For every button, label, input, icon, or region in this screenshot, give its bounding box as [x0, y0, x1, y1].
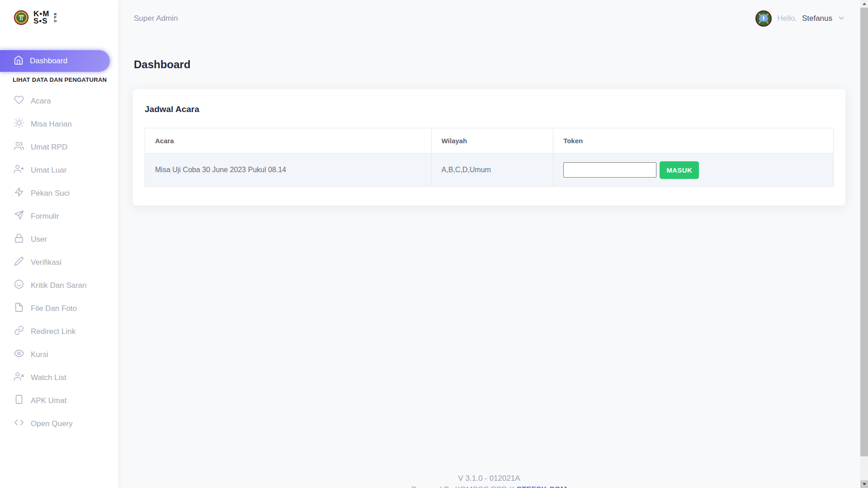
column-header-token: Token [553, 128, 834, 154]
sidebar-item-label: Verifikasi [31, 258, 61, 267]
logo-sub-text: RPD [54, 13, 57, 23]
sidebar-section-label: LIHAT DATA DAN PENGATURAN [13, 76, 118, 83]
sidebar: K•M S•S RPD Dashboard LIHAT DATA DAN PEN… [0, 0, 118, 488]
sidebar-item-misa-harian[interactable]: Misa Harian [0, 113, 118, 136]
scrollbar-up-button[interactable] [860, 0, 868, 8]
acara-cell: Misa Uji Coba 30 June 2023 Pukul 08.14 [145, 154, 432, 187]
code-icon [14, 418, 24, 430]
logo-wordmark: K•M S•S [33, 10, 49, 25]
token-input[interactable] [563, 162, 656, 178]
sidebar-item-label: Misa Harian [31, 120, 72, 129]
sidebar-item-label: Acara [31, 97, 51, 106]
file-icon [14, 302, 24, 314]
zap-icon [14, 187, 24, 199]
version-text: V 3.1.0 - 012021A [133, 474, 845, 483]
sidebar-item-dashboard[interactable]: Dashboard [0, 50, 110, 72]
home-icon [14, 55, 24, 67]
sidebar-item-apk-umat[interactable]: APK Umat [0, 389, 118, 412]
smartphone-icon [14, 394, 24, 407]
user-x-icon [14, 371, 24, 384]
masuk-button[interactable]: MASUK [660, 161, 699, 179]
jadwal-acara-table: AcaraWilayahToken Misa Uji Coba 30 June … [145, 128, 834, 187]
sidebar-item-label: Kursi [31, 350, 48, 359]
sidebar-item-umat-rpd[interactable]: Umat RPD [0, 136, 118, 159]
user-menu[interactable]: Hello, Stefanus [755, 10, 845, 27]
topbar: Super Admin Hello, Stefanus [133, 0, 845, 37]
user-plus-icon [14, 164, 24, 176]
sidebar-item-file-dan-foto[interactable]: File Dan Foto [0, 297, 118, 320]
greeting-text: Hello, [777, 14, 797, 23]
scrollbar-thumb[interactable] [860, 8, 868, 456]
sidebar-item-kursi[interactable]: Kursi [0, 343, 118, 366]
page-title: Dashboard [133, 58, 845, 71]
sidebar-nav: AcaraMisa HarianUmat RPDUmat LuarPekan S… [0, 89, 118, 435]
table-row: Misa Uji Coba 30 June 2023 Pukul 08.14A,… [145, 154, 834, 187]
send-icon [14, 210, 24, 222]
table-header-row: AcaraWilayahToken [145, 128, 834, 154]
sidebar-item-user[interactable]: User [0, 228, 118, 251]
sidebar-item-redirect-link[interactable]: Redirect Link [0, 320, 118, 343]
app-window: K•M S•S RPD Dashboard LIHAT DATA DAN PEN… [0, 0, 868, 488]
app-logo[interactable]: K•M S•S RPD [0, 0, 118, 25]
sidebar-item-acara[interactable]: Acara [0, 89, 118, 113]
powered-by-link[interactable]: STEFSK.COM [516, 485, 566, 488]
triangle-up-icon [863, 3, 866, 5]
column-header-acara: Acara [145, 128, 432, 154]
wilayah-cell: A,B,C,D,Umum [431, 154, 553, 187]
sun-icon [14, 118, 24, 130]
powered-by-text: Powered By KOMSOS RPD X STEFSK.COM [133, 485, 845, 488]
sidebar-item-pekan-suci[interactable]: Pekan Suci [0, 182, 118, 205]
lock-icon [14, 233, 24, 245]
card-title: Jadwal Acara [145, 104, 834, 114]
sidebar-item-label: Kritik Dan Saran [31, 281, 87, 290]
chevron-down-icon [837, 13, 845, 24]
link-icon [14, 325, 24, 338]
pen-icon [14, 256, 24, 268]
avatar [755, 10, 772, 27]
sidebar-item-label: Umat RPD [31, 143, 67, 152]
column-header-wilayah: Wilayah [431, 128, 553, 154]
vertical-scrollbar[interactable] [860, 0, 868, 488]
jadwal-acara-card: Jadwal Acara AcaraWilayahToken Misa Uji … [133, 89, 845, 206]
heart-icon [14, 95, 24, 107]
sidebar-item-watch-list[interactable]: Watch List [0, 366, 118, 389]
sidebar-item-label: Umat Luar [31, 166, 66, 175]
eye-icon [14, 348, 24, 361]
main-area: Super Admin Hello, Stefanus Dashboard [118, 0, 860, 488]
church-emblem-logo-icon [14, 10, 29, 25]
sidebar-item-kritik-dan-saran[interactable]: Kritik Dan Saran [0, 274, 118, 297]
sidebar-item-umat-luar[interactable]: Umat Luar [0, 159, 118, 182]
sidebar-item-label: Watch List [31, 373, 66, 382]
sidebar-item-label: Pekan Suci [31, 189, 70, 198]
sidebar-item-label: Formulir [31, 212, 59, 221]
triangle-down-icon [863, 483, 866, 485]
sidebar-item-verifikasi[interactable]: Verifikasi [0, 251, 118, 274]
footer: V 3.1.0 - 012021A Powered By KOMSOS RPD … [133, 474, 845, 488]
username-text: Stefanus [802, 14, 832, 23]
sidebar-item-label: User [31, 235, 47, 244]
sidebar-item-label: File Dan Foto [31, 304, 77, 313]
sidebar-item-formulir[interactable]: Formulir [0, 205, 118, 228]
users-icon [14, 141, 24, 153]
breadcrumb: Super Admin [133, 14, 178, 23]
sidebar-item-label: Dashboard [30, 56, 67, 66]
smile-icon [14, 279, 24, 291]
sidebar-item-label: Open Query [31, 419, 73, 428]
sidebar-item-label: APK Umat [31, 396, 66, 405]
sidebar-item-open-query[interactable]: Open Query [0, 412, 118, 435]
scrollbar-down-button[interactable] [860, 480, 868, 488]
token-cell: MASUK [553, 154, 834, 187]
sidebar-item-label: Redirect Link [31, 327, 75, 336]
